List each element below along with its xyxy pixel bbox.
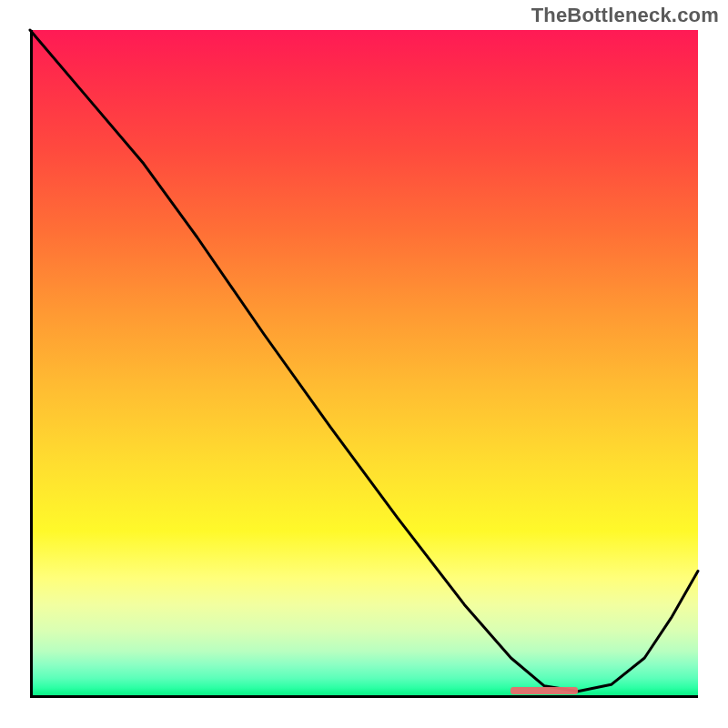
line-series — [30, 30, 698, 698]
chart-frame: TheBottleneck.com — [0, 0, 728, 728]
plot-area — [30, 30, 698, 698]
watermark-text: TheBottleneck.com — [531, 4, 719, 27]
highlight-bar — [511, 687, 577, 694]
curve-path — [30, 30, 698, 692]
